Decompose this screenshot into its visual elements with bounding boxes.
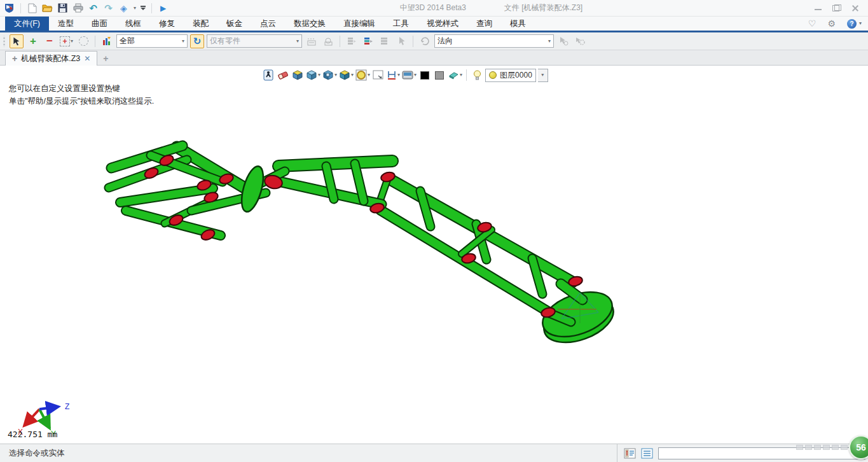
tab-tools[interactable]: 工具 xyxy=(384,17,418,31)
redo-icon[interactable]: ↷ xyxy=(103,3,114,13)
document-tab-bar: + 机械臂装配体.Z3 ✕ + xyxy=(0,50,868,66)
chevron-down-icon[interactable]: ▾ xyxy=(182,39,184,44)
title-bar: ↶ ↷ ◈ ▾ ▶ 中望3D 2014 Beta3 文件 [机械臂装配体.Z3] xyxy=(0,0,868,17)
document-title: 文件 [机械臂装配体.Z3] xyxy=(504,3,582,13)
divider xyxy=(95,36,95,47)
measure-distance-icon xyxy=(305,34,319,48)
tab-file[interactable]: 文件(F) xyxy=(5,17,49,31)
app-title: 中望3D 2014 Beta3 xyxy=(400,3,466,13)
pick-box-button[interactable]: +▾ xyxy=(59,34,74,48)
close-tab-icon[interactable]: ✕ xyxy=(84,54,90,63)
customize-toolbar-icon[interactable] xyxy=(141,6,146,10)
help-caret-icon[interactable]: ▾ xyxy=(859,21,862,26)
settings-icon[interactable]: ⚙ xyxy=(827,18,836,29)
window-titles: 中望3D 2014 Beta3 文件 [机械臂装配体.Z3] xyxy=(169,3,814,13)
command-list-icon[interactable] xyxy=(641,448,653,459)
tab-inquire[interactable]: 查询 xyxy=(467,17,501,31)
tab-direct-edit[interactable]: 直接编辑 xyxy=(334,17,384,31)
quick-access-toolbar: ↶ ↷ ◈ ▾ ▶ xyxy=(4,3,169,13)
view-orientation-caret-icon[interactable]: ▾ xyxy=(134,6,136,11)
3d-model-assembly[interactable] xyxy=(0,66,868,444)
print-icon[interactable] xyxy=(72,3,83,13)
undo-icon[interactable]: ↶ xyxy=(88,3,99,13)
expand-icon[interactable]: + xyxy=(12,53,17,64)
direction-dropdown[interactable]: 法向 ▾ xyxy=(434,34,554,48)
add-selection-button[interactable]: + xyxy=(26,34,40,48)
command-input[interactable] xyxy=(658,447,865,459)
favorite-icon[interactable]: ♡ xyxy=(808,18,816,29)
reverse-direction-icon xyxy=(418,34,432,48)
chevron-down-icon[interactable]: ▾ xyxy=(548,39,551,44)
help-icon[interactable]: ? xyxy=(847,19,857,29)
minimize-icon[interactable] xyxy=(814,4,822,11)
sync-scope-button[interactable]: ↻ xyxy=(190,34,204,48)
tab-mold[interactable]: 模具 xyxy=(501,17,535,31)
tab-wireframe[interactable]: 线框 xyxy=(116,17,150,31)
tab-sheet-metal[interactable]: 钣金 xyxy=(217,17,251,31)
divider xyxy=(151,3,152,13)
open-file-icon[interactable] xyxy=(42,3,53,13)
divider xyxy=(20,3,21,13)
start-icon[interactable]: ▶ xyxy=(158,3,169,13)
document-tab-label: 机械臂装配体.Z3 xyxy=(21,53,80,64)
status-right-cluster xyxy=(617,444,865,462)
zw3d-logo-icon xyxy=(4,3,15,13)
ribbon-tabs: 文件(F) 造型 曲面 线框 修复 装配 钣金 点云 数据交换 直接编辑 工具 … xyxy=(0,17,535,31)
chevron-down-icon[interactable]: ▾ xyxy=(296,39,299,44)
new-file-icon[interactable] xyxy=(27,3,38,13)
list-stack-gray-icon xyxy=(378,34,392,48)
tab-data-exchange[interactable]: 数据交换 xyxy=(285,17,334,31)
help-control[interactable]: ? ▾ xyxy=(847,19,862,29)
filter-dropdown[interactable]: 全部 ▾ xyxy=(116,34,188,48)
filter-icon[interactable] xyxy=(100,34,114,48)
status-bar: 选择命令或实体 xyxy=(0,444,868,462)
view-orientation-icon[interactable]: ◈ xyxy=(118,3,129,13)
toolbar-grip-handle[interactable] xyxy=(3,36,6,47)
pick-last-icon xyxy=(394,34,408,48)
remove-selection-button[interactable]: − xyxy=(43,34,57,48)
list-stack-colored-icon[interactable] xyxy=(361,34,375,48)
ribbon-right-icons: ♡ ⚙ ? ▾ xyxy=(808,17,868,31)
annotation-icon[interactable] xyxy=(624,448,636,459)
tab-repair[interactable]: 修复 xyxy=(150,17,184,31)
new-tab-button[interactable]: + xyxy=(97,52,114,65)
tab-assembly[interactable]: 装配 xyxy=(184,17,217,31)
selection-toolbar: + − +▾ 全部 ▾ ↻ 仅有零件 ▾ xyxy=(0,32,868,50)
tab-shape[interactable]: 造型 xyxy=(49,17,83,31)
zw3d-window: ↶ ↷ ◈ ▾ ▶ 中望3D 2014 Beta3 文件 [机械臂装配体.Z3]… xyxy=(0,0,868,462)
svg-text:Z: Z xyxy=(65,402,69,411)
scale-readout: 422.751 mm xyxy=(8,430,57,439)
divider xyxy=(340,36,340,47)
status-message: 选择命令或实体 xyxy=(0,448,65,459)
save-icon[interactable] xyxy=(57,3,68,13)
pick-cursor-button[interactable] xyxy=(10,34,24,48)
tab-surface[interactable]: 曲面 xyxy=(83,17,116,31)
measure-angle-icon xyxy=(321,34,335,48)
ribbon-tab-row: 文件(F) 造型 曲面 线框 修复 装配 钣金 点云 数据交换 直接编辑 工具 … xyxy=(0,17,868,31)
pick-from-list-icon xyxy=(556,34,570,48)
divider xyxy=(413,36,413,47)
restore-icon[interactable] xyxy=(832,4,841,11)
tab-visual-style[interactable]: 视觉样式 xyxy=(418,17,467,31)
close-icon[interactable] xyxy=(851,4,859,11)
graphics-canvas[interactable]: 您可以在自定义设置里设置热键 单击"帮助/显示提示"按钮来取消这些提示. ▾ ▾ xyxy=(0,66,868,444)
tab-point-cloud[interactable]: 点云 xyxy=(251,17,285,31)
window-controls xyxy=(814,4,864,11)
list-stack-icon xyxy=(345,34,359,48)
pick-settings-icon xyxy=(573,34,587,48)
lasso-button[interactable] xyxy=(76,34,90,48)
document-tab-active[interactable]: + 机械臂装配体.Z3 ✕ xyxy=(5,51,97,66)
scope-dropdown[interactable]: 仅有零件 ▾ xyxy=(207,34,302,48)
